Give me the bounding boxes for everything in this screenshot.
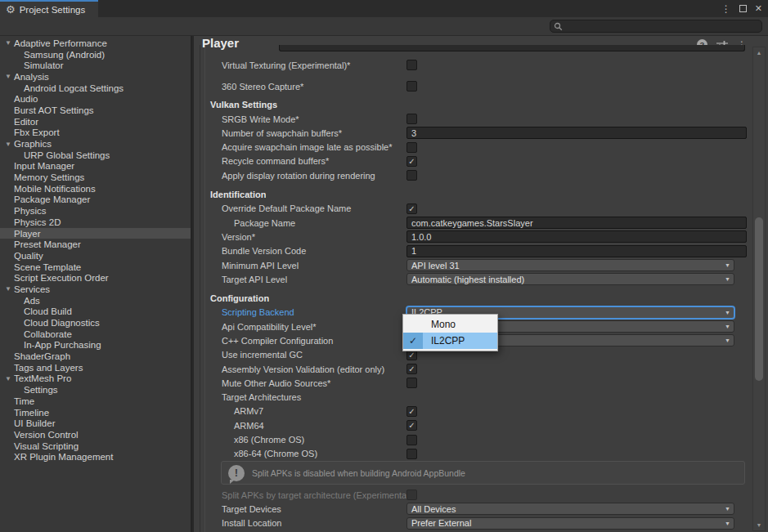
textfield-number-of-swapchain-buffers[interactable] — [406, 127, 747, 139]
checkbox-360-stereo-capture[interactable] — [406, 81, 417, 92]
sidebar-item-editor[interactable]: Editor — [0, 116, 191, 127]
sidebar-item-fbx-export[interactable]: Fbx Export — [0, 127, 191, 139]
checkmark-icon: ✓ — [403, 333, 423, 349]
sidebar-item-cloud-diagnostics[interactable]: Cloud Diagnostics — [0, 317, 191, 329]
sidebar-item-scene-template[interactable]: Scene Template — [0, 262, 191, 273]
window-menu-icon[interactable]: ⋮ — [721, 3, 731, 15]
sidebar-item-mobile-notifications[interactable]: Mobile Notifications — [0, 183, 191, 194]
scroll-down-icon[interactable]: ▼ — [753, 522, 765, 528]
checkbox-mute-other-audio-sources[interactable] — [406, 378, 417, 388]
dropdown-install-location[interactable]: Prefer External▼ — [406, 517, 734, 530]
maximize-icon[interactable] — [739, 5, 747, 12]
checkbox-arm64[interactable]: ✓ — [406, 420, 417, 431]
sidebar-item-label: Editor — [14, 117, 38, 127]
setting-row-target-devices: Target DevicesAll Devices▼ — [194, 502, 747, 516]
sidebar-item-memory-settings[interactable]: Memory Settings — [0, 172, 191, 183]
vertical-scrollbar[interactable]: ▲ ▼ — [752, 47, 766, 531]
setting-label: Package Name — [194, 218, 406, 228]
sidebar-item-script-execution-order[interactable]: Script Execution Order — [0, 272, 191, 284]
sidebar-item-shadergraph[interactable]: ShaderGraph — [0, 351, 191, 362]
dropdown-option-mono[interactable]: Mono — [403, 316, 497, 333]
setting-row-minimum-api-level: Minimum API LevelAPI level 31▼ — [194, 258, 747, 272]
sidebar-item-player[interactable]: Player — [0, 228, 191, 239]
foldout-triangle-icon[interactable]: ▼ — [3, 141, 14, 148]
setting-label: Configuration — [194, 293, 269, 303]
sidebar-item-graphics[interactable]: ▼Graphics — [0, 138, 191, 150]
foldout-triangle-icon[interactable]: ▼ — [3, 285, 14, 293]
sidebar-item-timeline[interactable]: Timeline — [0, 407, 191, 418]
sidebar-item-collaborate[interactable]: Collaborate — [0, 329, 191, 340]
sidebar-item-audio[interactable]: Audio — [0, 93, 191, 105]
sidebar-item-services[interactable]: ▼Services — [0, 284, 191, 295]
sidebar-item-label: Package Manager — [14, 194, 90, 204]
checkbox-acquire-swapchain-image-late-as-possible[interactable] — [406, 142, 417, 153]
sidebar-item-android-logcat-settings[interactable]: Android Logcat Settings — [0, 83, 191, 94]
sidebar-item-in-app-purchasing[interactable]: In-App Purchasing — [0, 340, 191, 351]
setting-label: Split APKs by target architecture (Exper… — [194, 490, 406, 500]
textfield-bundle-version-code[interactable] — [406, 245, 747, 257]
sidebar-item-physics[interactable]: Physics — [0, 205, 191, 217]
sidebar-item-adaptive-performance[interactable]: ▼Adaptive Performance — [0, 38, 191, 49]
sidebar-item-samsung-android[interactable]: Samsung (Android) — [0, 49, 191, 60]
sidebar-item-input-manager[interactable]: Input Manager — [0, 161, 191, 172]
dropdown-target-api-level[interactable]: Automatic (highest installed)▼ — [406, 273, 734, 285]
control-cell — [406, 230, 747, 243]
setting-label: x86 (Chrome OS) — [194, 435, 406, 445]
setting-row-infobox: !Split APKs is disabled when building An… — [194, 461, 747, 485]
sidebar-item-cloud-build[interactable]: Cloud Build — [0, 306, 191, 318]
close-icon[interactable]: ✕ — [755, 3, 762, 14]
sidebar-item-xr-plugin-management[interactable]: XR Plugin Management — [0, 451, 191, 463]
sidebar-list: ▼Adaptive PerformanceSamsung (Android)Si… — [0, 38, 191, 463]
checkbox-x86-chrome-os[interactable] — [406, 435, 417, 445]
sidebar-item-time[interactable]: Time — [0, 396, 191, 407]
setting-label: Recycle command buffers* — [194, 156, 406, 166]
sidebar-item-urp-global-settings[interactable]: URP Global Settings — [0, 150, 191, 161]
foldout-triangle-icon[interactable]: ▼ — [3, 39, 14, 47]
sidebar-item-version-control[interactable]: Version Control — [0, 429, 191, 440]
checkbox-recycle-command-buffers[interactable]: ✓ — [406, 156, 417, 167]
search-input[interactable] — [565, 21, 761, 31]
checkbox-virtual-texturing-experimental[interactable] — [406, 60, 417, 70]
dropdown-value: Automatic (highest installed) — [411, 275, 524, 284]
setting-label: Assembly Version Validation (editor only… — [194, 364, 406, 374]
sidebar-item-ui-builder[interactable]: UI Builder — [0, 418, 191, 429]
setting-label: Bundle Version Code — [194, 246, 406, 256]
foldout-triangle-icon[interactable]: ▼ — [3, 375, 14, 382]
sidebar-item-tags-and-layers[interactable]: Tags and Layers — [0, 362, 191, 373]
checkbox-armv7[interactable]: ✓ — [406, 406, 417, 417]
search-box[interactable] — [550, 20, 762, 33]
textfield-version[interactable] — [406, 230, 747, 243]
dropdown-target-devices[interactable]: All Devices▼ — [406, 503, 734, 515]
sidebar-item-analysis[interactable]: ▼Analysis — [0, 71, 191, 83]
setting-label: Acquire swapchain image late as possible… — [194, 142, 406, 152]
sidebar-item-simulator[interactable]: Simulator — [0, 60, 191, 71]
setting-label: SRGB Write Mode* — [194, 114, 406, 124]
sidebar-item-settings[interactable]: Settings — [0, 384, 191, 396]
textfield-package-name[interactable] — [406, 217, 747, 229]
checkbox-srgb-write-mode[interactable] — [406, 114, 417, 124]
scrollbar-thumb[interactable] — [755, 217, 763, 381]
scroll-up-icon[interactable]: ▲ — [753, 50, 765, 56]
foldout-triangle-icon[interactable]: ▼ — [3, 73, 14, 80]
dropdown-minimum-api-level[interactable]: API level 31▼ — [406, 259, 734, 271]
sidebar-item-label: URP Global Settings — [24, 150, 110, 160]
checkbox-assembly-version-validation-editor-only[interactable]: ✓ — [406, 364, 417, 374]
sidebar-item-ads[interactable]: Ads — [0, 295, 191, 306]
sidebar-item-package-manager[interactable]: Package Manager — [0, 194, 191, 206]
checkbox-apply-display-rotation-during-rendering[interactable] — [406, 170, 417, 181]
sidebar-item-physics-2d[interactable]: Physics 2D — [0, 217, 191, 228]
sidebar-item-label: Memory Settings — [14, 172, 84, 182]
sidebar-item-quality[interactable]: Quality — [0, 250, 191, 262]
sidebar-item-textmesh-pro[interactable]: ▼TextMesh Pro — [0, 373, 191, 385]
tab-project-settings[interactable]: ⚙ Project Settings — [0, 0, 98, 17]
sidebar-item-preset-manager[interactable]: Preset Manager — [0, 239, 191, 250]
sidebar-item-label: Graphics — [14, 139, 52, 149]
setting-row-armv7: ARMv7✓ — [194, 405, 747, 418]
dropdown-option-il2cpp[interactable]: ✓IL2CPP — [403, 333, 497, 349]
checkbox-x86-64-chrome-os[interactable] — [406, 449, 417, 459]
sidebar-item-visual-scripting[interactable]: Visual Scripting — [0, 440, 191, 452]
sidebar-item-burst-aot-settings[interactable]: Burst AOT Settings — [0, 105, 191, 116]
checkbox-override-default-package-name[interactable]: ✓ — [406, 203, 417, 214]
setting-label: Mute Other Audio Sources* — [194, 378, 406, 388]
section-header-identification: Identification — [194, 187, 747, 201]
